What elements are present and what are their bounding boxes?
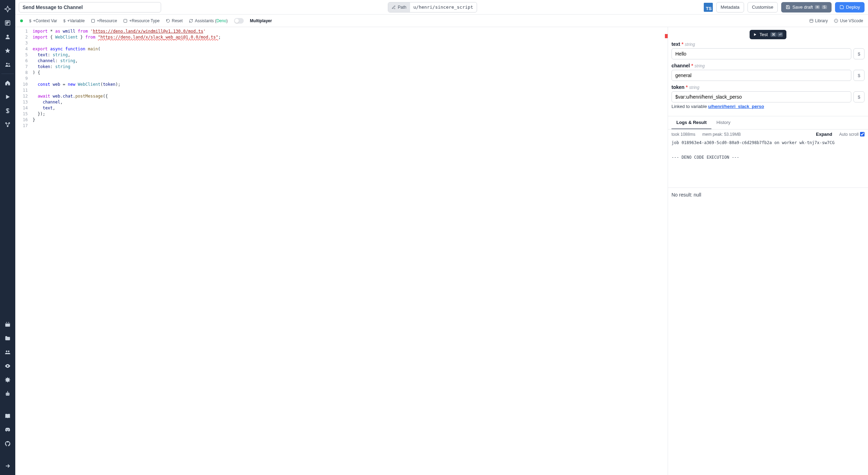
book-icon[interactable] [1, 410, 14, 422]
svg-rect-1 [6, 22, 7, 23]
group-icon[interactable] [1, 346, 14, 358]
token-input[interactable] [671, 91, 851, 102]
editor-toolbar: $+Context Var $+Variable +Resource +Reso… [15, 15, 868, 27]
language-badge: TS [704, 3, 713, 12]
robot-icon[interactable] [1, 388, 14, 400]
path-value: u/henri/sincere_script [410, 5, 477, 10]
logo-icon[interactable] [1, 3, 14, 15]
field-label-text: text* string [671, 41, 865, 47]
svg-point-23 [8, 429, 9, 430]
svg-point-18 [7, 394, 7, 394]
result-tabs: Logs & Result History [668, 116, 868, 130]
multiplayer-toggle[interactable] [234, 18, 244, 24]
gear-icon[interactable] [1, 374, 14, 386]
svg-point-9 [7, 125, 9, 127]
result-area: No result: null [668, 188, 868, 475]
svg-point-4 [7, 35, 9, 37]
path-label: Path [388, 2, 410, 12]
folder-icon[interactable] [1, 332, 14, 344]
eye-icon[interactable] [1, 360, 14, 372]
library-button[interactable]: Library [809, 18, 828, 23]
variable-picker-token[interactable]: $ [853, 91, 865, 102]
code-editor[interactable]: 1234567891011121314151617 import * as wm… [15, 27, 668, 475]
svg-rect-2 [8, 22, 9, 23]
test-button[interactable]: Test ⌘ ⏎ [750, 30, 787, 39]
svg-point-15 [8, 351, 10, 352]
cluster-icon[interactable] [1, 118, 14, 131]
reset-button[interactable]: Reset [166, 18, 183, 23]
add-variable-button[interactable]: $+Variable [64, 18, 85, 23]
log-mem: mem peak: 53.19MB [702, 132, 741, 137]
sidebar [0, 0, 15, 475]
calendar-icon[interactable] [1, 318, 14, 331]
svg-rect-26 [810, 19, 813, 22]
dollar-icon[interactable] [1, 105, 14, 117]
svg-point-5 [6, 63, 8, 65]
metadata-button[interactable]: Metadata [716, 2, 744, 12]
svg-point-6 [8, 63, 10, 65]
add-context-var-button[interactable]: $+Context Var [29, 18, 57, 23]
header-top: Path u/henri/sincere_script TS Metadata … [15, 0, 868, 15]
path-group[interactable]: Path u/henri/sincere_script [388, 2, 477, 12]
autoscroll-label: Auto scroll [839, 132, 859, 137]
autoscroll-checkbox[interactable] [860, 132, 865, 136]
status-dot-icon [20, 19, 23, 22]
expand-button[interactable]: Expand [816, 132, 832, 137]
svg-rect-25 [124, 19, 127, 22]
play-icon[interactable] [1, 91, 14, 103]
collapse-icon[interactable] [1, 460, 14, 472]
svg-point-30 [836, 21, 836, 22]
workspace-icon[interactable] [1, 17, 14, 29]
log-meta: took 1088ms mem peak: 53.19MB Expand Aut… [668, 130, 868, 139]
discord-icon[interactable] [1, 424, 14, 436]
line-gutter: 1234567891011121314151617 [15, 27, 31, 475]
field-label-token: token* string [671, 84, 865, 90]
add-resource-button[interactable]: +Resource [91, 18, 117, 23]
add-resource-type-button[interactable]: +Resource Type [123, 18, 160, 23]
deploy-button[interactable]: Deploy [835, 2, 865, 12]
home-icon[interactable] [1, 77, 14, 89]
svg-rect-11 [5, 323, 10, 324]
svg-rect-3 [6, 23, 7, 24]
error-marker-icon [665, 34, 668, 38]
field-label-channel: channel* string [671, 63, 865, 68]
svg-rect-17 [6, 393, 10, 395]
user-icon[interactable] [1, 31, 14, 43]
assistants-button[interactable]: Assistants (Deno) [189, 18, 228, 23]
tab-logs[interactable]: Logs & Result [671, 116, 711, 129]
variable-picker-channel[interactable]: $ [853, 70, 865, 81]
svg-point-22 [7, 429, 7, 430]
code-content[interactable]: import * as wmill from 'https://deno.lan… [31, 27, 668, 475]
github-icon[interactable] [1, 438, 14, 450]
script-title-input[interactable] [19, 2, 161, 12]
tab-history[interactable]: History [711, 116, 735, 129]
log-output: job 018963e4-a369-5cd0-80a9-c6d298b7fb2a… [668, 139, 868, 188]
svg-point-21 [7, 391, 8, 392]
star-icon[interactable] [1, 44, 14, 57]
variable-picker-text[interactable]: $ [853, 48, 865, 59]
svg-rect-24 [91, 19, 94, 22]
linked-variable-link[interactable]: u/henri/henri_slack_perso [708, 104, 764, 109]
multiplayer-label: Multiplayer [250, 18, 272, 23]
use-vscode-button[interactable]: Use VScode [834, 18, 863, 23]
svg-point-16 [7, 365, 9, 367]
channel-input[interactable] [671, 70, 851, 81]
svg-point-14 [6, 351, 8, 352]
customise-button[interactable]: Customise [748, 2, 778, 12]
linked-variable-text: Linked to variable u/henri/henri_slack_p… [671, 104, 865, 109]
save-draft-button[interactable]: Save draft ⌘ S [781, 2, 831, 12]
log-took: took 1088ms [671, 132, 695, 137]
right-panel: Test ⌘ ⏎ text* string$channel* string$to… [668, 27, 868, 475]
people-icon[interactable] [1, 58, 14, 71]
text-input[interactable] [671, 48, 851, 59]
svg-point-19 [8, 394, 9, 394]
